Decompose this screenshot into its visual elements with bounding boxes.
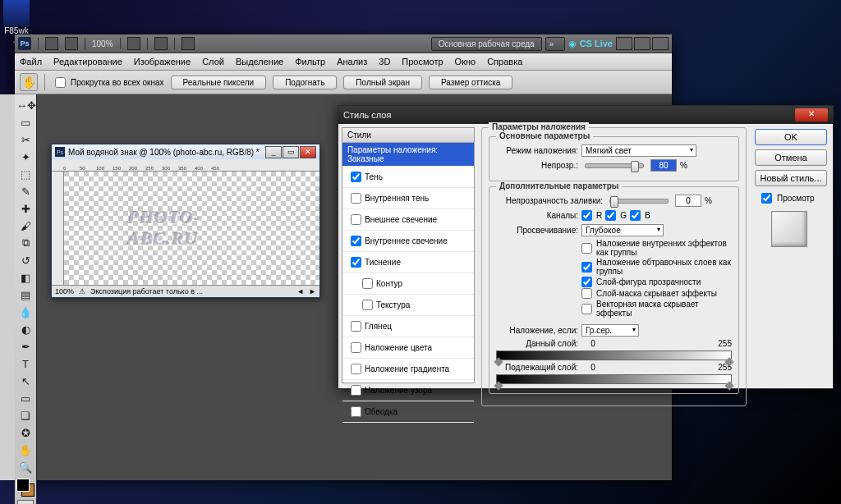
channel-g-checkbox[interactable]: G	[605, 210, 627, 221]
lasso-tool[interactable]: ✂	[16, 131, 34, 148]
doc-minimize-button[interactable]: _	[265, 146, 282, 158]
adv-check-0[interactable]: Наложение внутренних эффектов как группы	[581, 239, 732, 257]
blendif-select[interactable]: Гр.сер.	[581, 324, 639, 337]
pen-tool[interactable]: ✒	[16, 338, 34, 355]
style-item-4[interactable]: Внутреннее свечение	[342, 231, 474, 252]
document-titlebar[interactable]: Ps Мой водяной знак @ 100% (photo-abc.ru…	[52, 144, 319, 159]
heal-tool[interactable]: ✚	[16, 200, 34, 217]
scroll-all-windows-checkbox[interactable]: Прокрутка во всех окнах	[52, 75, 164, 90]
style-item-3[interactable]: Внешнее свечение	[342, 209, 474, 231]
move-tool[interactable]: ↔	[16, 99, 27, 112]
fill-opacity-value[interactable]: 0	[675, 195, 701, 207]
underlying-layer-gradient[interactable]	[496, 374, 732, 384]
style-item-11[interactable]: Наложение узора	[342, 380, 474, 401]
eyedropper-tool[interactable]: ✎	[16, 183, 34, 199]
channel-r-checkbox[interactable]: R	[581, 210, 602, 221]
menu-file[interactable]: Файл	[20, 57, 42, 66]
bridge-icon[interactable]	[45, 37, 58, 50]
crop-tool[interactable]: ⬚	[16, 166, 34, 182]
hand-tool-icon[interactable]: ✋	[20, 73, 38, 91]
style-item-8[interactable]: Глянец	[342, 316, 474, 337]
gradient-tool[interactable]: ▤	[16, 286, 34, 303]
options-bar: ✋ Прокрутка во всех окнах Реальные пиксе…	[15, 71, 672, 94]
this-layer-gradient[interactable]	[496, 351, 732, 360]
style-item-6[interactable]: Контур	[342, 273, 474, 295]
menu-bar: Файл Редактирование Изображение Слой Выд…	[15, 53, 672, 71]
menu-window[interactable]: Окно	[455, 57, 476, 66]
menu-analysis[interactable]: Анализ	[337, 57, 367, 66]
maximize-button[interactable]	[634, 37, 650, 50]
color-swatches[interactable]	[16, 479, 34, 497]
workspace-more-button[interactable]: »	[545, 37, 565, 51]
path-tool[interactable]: ↖	[16, 373, 34, 389]
menu-3d[interactable]: 3D	[379, 57, 390, 66]
style-item-0[interactable]: Параметры наложения: Заказные	[342, 143, 474, 167]
view-extras-icon[interactable]	[127, 37, 140, 50]
type-tool[interactable]: T	[16, 355, 34, 372]
opacity-value[interactable]: 80	[650, 159, 677, 172]
menu-view[interactable]: Просмотр	[402, 57, 443, 66]
minimize-button[interactable]	[616, 37, 632, 50]
print-size-button[interactable]: Размер оттиска	[429, 76, 512, 89]
close-button[interactable]	[652, 37, 669, 50]
style-item-10[interactable]: Наложение градиента	[342, 359, 474, 380]
style-item-7[interactable]: Текстура	[342, 295, 474, 316]
menu-help[interactable]: Справка	[487, 57, 522, 66]
menu-select[interactable]: Выделение	[236, 57, 283, 66]
status-arrow-left[interactable]: ◄	[296, 287, 304, 296]
3d-camera-tool[interactable]: ✪	[16, 424, 34, 441]
brush-tool[interactable]: 🖌	[16, 218, 34, 234]
arrange-icon[interactable]	[154, 37, 168, 50]
full-screen-button[interactable]: Полный экран	[343, 76, 422, 89]
new-style-button[interactable]: Новый стиль...	[755, 170, 827, 186]
blur-tool[interactable]: 💧	[16, 304, 34, 320]
shape-tool[interactable]: ▭	[16, 390, 34, 406]
hand-tool[interactable]: ✋	[16, 442, 34, 458]
minibridge-icon[interactable]	[65, 37, 78, 50]
workspace-button[interactable]: Основная рабочая среда	[431, 37, 542, 51]
zoom-tool[interactable]: 🔍	[16, 459, 34, 475]
marquee-tool[interactable]: ▭	[16, 114, 34, 131]
status-zoom[interactable]: 100%	[55, 287, 74, 296]
dodge-tool[interactable]: ◐	[16, 321, 34, 337]
opacity-slider[interactable]	[585, 163, 644, 168]
adv-check-1[interactable]: Наложение обтравочных слоев как группы	[581, 258, 732, 276]
fill-opacity-slider[interactable]	[609, 199, 669, 204]
adv-check-4[interactable]: Векторная маска скрывает эффекты	[581, 300, 732, 318]
adv-check-2[interactable]: Слой-фигура прозрачности	[581, 277, 732, 287]
actual-pixels-button[interactable]: Реальные пиксели	[171, 76, 267, 89]
style-item-5[interactable]: Тиснение	[342, 252, 474, 273]
canvas[interactable]: PHOTO-ABC.RU	[64, 172, 319, 285]
stamp-tool[interactable]: ⧉	[16, 235, 34, 251]
preview-checkbox[interactable]: Просмотр	[758, 190, 828, 206]
dialog-titlebar[interactable]: Стиль слоя ✕	[338, 106, 833, 124]
history-brush-tool[interactable]: ↺	[16, 252, 34, 268]
screenmode-icon[interactable]	[182, 37, 195, 50]
artboard-tool[interactable]: ✥	[27, 99, 36, 112]
dialog-close-button[interactable]: ✕	[795, 108, 828, 121]
style-item-9[interactable]: Наложение цвета	[342, 337, 474, 359]
status-arrow-right[interactable]: ►	[309, 287, 316, 296]
eraser-tool[interactable]: ◧	[16, 269, 34, 286]
cancel-button[interactable]: Отмена	[755, 149, 827, 166]
style-item-1[interactable]: Тень	[342, 167, 474, 188]
zoom-select[interactable]: 100%	[92, 39, 113, 48]
doc-maximize-button[interactable]: ▭	[283, 146, 299, 158]
menu-image[interactable]: Изображение	[134, 57, 191, 66]
fit-screen-button[interactable]: Подогнать	[273, 76, 337, 89]
channel-b-checkbox[interactable]: B	[630, 210, 650, 221]
quickmask-toggle[interactable]	[17, 500, 34, 504]
ok-button[interactable]: OK	[755, 129, 827, 145]
style-item-2[interactable]: Внутренняя тень	[342, 188, 474, 209]
knockout-select[interactable]: Глубокое	[581, 224, 664, 236]
cs-live[interactable]: CS Live	[580, 39, 613, 48]
wand-tool[interactable]: ✦	[16, 149, 34, 165]
style-item-12[interactable]: Обводка	[342, 401, 474, 423]
blend-mode-select[interactable]: Мягкий свет	[581, 144, 696, 157]
menu-filter[interactable]: Фильтр	[295, 57, 325, 66]
3d-tool[interactable]: ❏	[16, 407, 34, 424]
adv-check-3[interactable]: Слой-маска скрывает эффекты	[581, 288, 732, 299]
menu-edit[interactable]: Редактирование	[53, 57, 122, 66]
menu-layer[interactable]: Слой	[202, 57, 224, 66]
doc-close-button[interactable]: ✕	[300, 146, 316, 158]
